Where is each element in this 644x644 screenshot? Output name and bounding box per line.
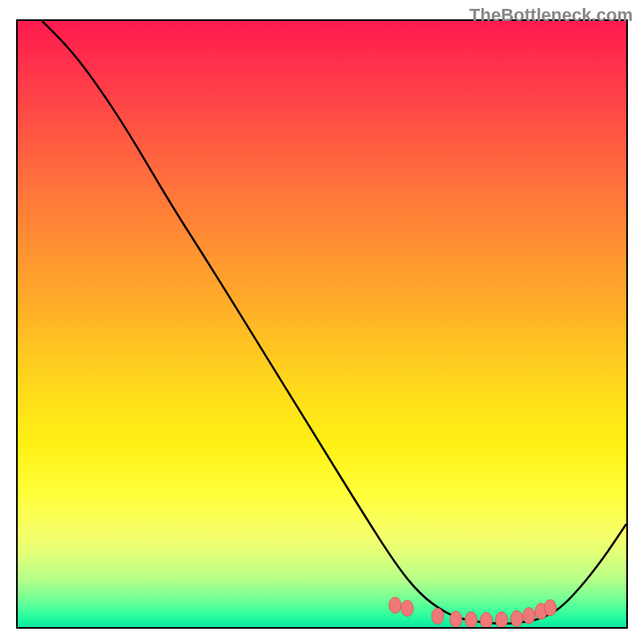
data-marker: [431, 608, 444, 624]
data-marker: [401, 601, 413, 617]
data-marker: [496, 612, 508, 628]
data-marker: [389, 597, 401, 613]
plot-area: [16, 19, 628, 629]
bottleneck-chart-svg: [18, 21, 626, 627]
data-marker: [510, 611, 522, 627]
data-marker: [523, 608, 535, 624]
watermark-label: TheBottleneck.com: [469, 5, 633, 26]
data-marker: [450, 611, 462, 627]
data-marker: [544, 600, 556, 616]
chart-container: TheBottleneck.com: [0, 0, 644, 644]
data-marker: [481, 613, 493, 629]
bottleneck-curve: [42, 21, 626, 624]
data-marker: [465, 612, 477, 628]
